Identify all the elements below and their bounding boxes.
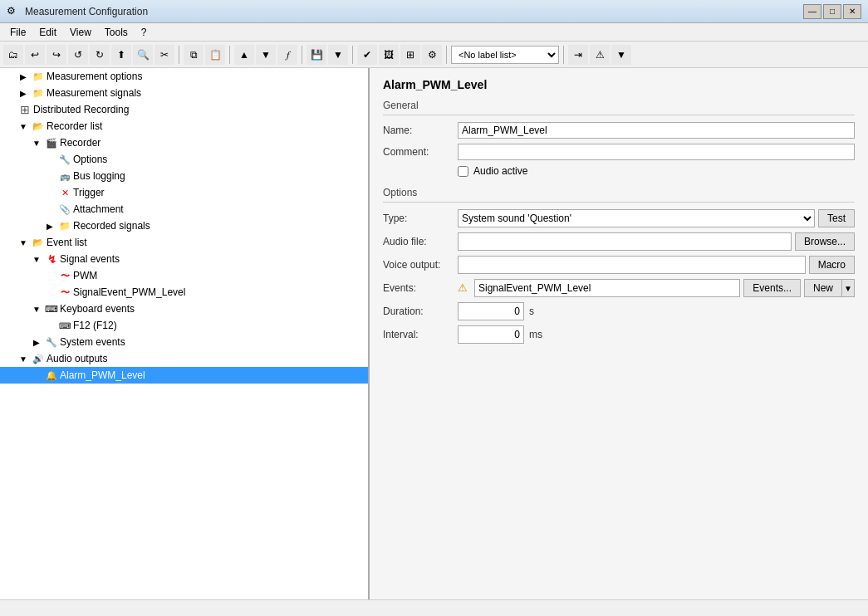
- tree-item-keyboard-events[interactable]: ▼ ⌨ Keyboard events: [0, 301, 368, 317]
- menu-help[interactable]: ?: [135, 25, 154, 40]
- label-distributed-recording: Distributed Recording: [33, 104, 129, 115]
- toolbar-btn-2[interactable]: ↩: [25, 45, 45, 65]
- toolbar-btn-8[interactable]: ✂: [154, 45, 174, 65]
- duration-label: Duration:: [383, 306, 458, 317]
- toggle-recorded-signals[interactable]: ▶: [43, 219, 56, 232]
- toggle-recorder-list[interactable]: ▼: [17, 120, 30, 133]
- toolbar-btn-save[interactable]: 💾: [306, 45, 326, 65]
- label-system-events: System events: [60, 336, 125, 348]
- toolbar-btn-save-arrow[interactable]: ▼: [328, 45, 348, 65]
- tree-item-audio-outputs[interactable]: ▼ 🔊 Audio outputs: [0, 350, 368, 367]
- browse-button[interactable]: Browse...: [795, 232, 855, 251]
- audio-active-label[interactable]: Audio active: [473, 165, 527, 177]
- minimize-button[interactable]: —: [803, 4, 821, 19]
- tree-item-signal-event-pwm-level[interactable]: 〜 SignalEvent_PWM_Level: [0, 284, 368, 301]
- tree-item-pwm[interactable]: 〜 PWM: [0, 267, 368, 284]
- toolbar-btn-5[interactable]: ↻: [90, 45, 110, 65]
- detail-title: Alarm_PWM_Level: [383, 78, 855, 91]
- name-input[interactable]: [458, 122, 855, 139]
- toggle-system-events[interactable]: ▶: [30, 335, 43, 349]
- audio-active-row: Audio active: [383, 165, 855, 177]
- tree-item-measurement-signals[interactable]: ▶ 📁 Measurement signals: [0, 85, 368, 101]
- new-dropdown-arrow[interactable]: ▼: [841, 279, 855, 297]
- toggle-recorder[interactable]: ▼: [30, 136, 43, 149]
- tree-item-bus-logging[interactable]: 🚌 Bus logging: [0, 168, 368, 184]
- name-label: Name:: [383, 125, 458, 136]
- toolbar-btn-7[interactable]: 🔍: [133, 45, 153, 65]
- tree-item-recorder[interactable]: ▼ 🎬 Recorder: [0, 134, 368, 151]
- toggle-measurement-signals[interactable]: ▶: [17, 86, 30, 100]
- tree-item-measurement-options[interactable]: ▶ 📁 Measurement options: [0, 68, 368, 85]
- menu-file[interactable]: File: [3, 25, 32, 40]
- voice-output-input[interactable]: [458, 256, 806, 274]
- macro-button[interactable]: Macro: [809, 256, 855, 274]
- tree-item-f12[interactable]: ⌨ F12 (F12): [0, 317, 368, 334]
- options-icon: 🔧: [58, 153, 71, 166]
- label-trigger: Trigger: [73, 187, 105, 198]
- tree-item-recorder-list[interactable]: ▼ 📂 Recorder list: [0, 118, 368, 134]
- toolbar-btn-check[interactable]: ✔: [357, 45, 377, 65]
- type-select[interactable]: System sound 'Question' System sound 'As…: [458, 209, 815, 227]
- comment-input[interactable]: [458, 144, 855, 160]
- tree-item-options[interactable]: 🔧 Options: [0, 151, 368, 168]
- duration-input[interactable]: [458, 302, 524, 320]
- toolbar-btn-warn[interactable]: ⚠: [590, 45, 610, 65]
- toggle-signal-events[interactable]: ▼: [30, 252, 43, 266]
- label-bus-logging: Bus logging: [73, 170, 125, 182]
- tree-item-attachment[interactable]: 📎 Attachment: [0, 201, 368, 218]
- options-section-label: Options: [383, 187, 855, 203]
- tree-item-signal-events[interactable]: ▼ ↯ Signal events: [0, 251, 368, 267]
- signal-events-icon: ↯: [45, 252, 58, 266]
- tree-item-event-list[interactable]: ▼ 📂 Event list: [0, 234, 368, 251]
- toolbar-sep-1: [179, 46, 179, 64]
- toggle-keyboard-events[interactable]: ▼: [30, 302, 43, 315]
- toolbar-btn-settings2[interactable]: ⚙: [422, 45, 442, 65]
- tree-item-alarm-pwm-level[interactable]: 🔔 Alarm_PWM_Level: [0, 367, 368, 384]
- label-list-dropdown[interactable]: <No label list>: [451, 46, 559, 64]
- toggle-measurement-options[interactable]: ▶: [17, 70, 30, 83]
- toolbar-btn-fn[interactable]: 𝑓: [277, 45, 297, 65]
- audio-active-checkbox[interactable]: [458, 166, 468, 177]
- toggle-audio-outputs[interactable]: ▼: [17, 352, 30, 365]
- toolbar-btn-grid[interactable]: ⊞: [400, 45, 420, 65]
- toggle-options: [43, 153, 56, 166]
- toolbar-btn-3[interactable]: ↪: [47, 45, 66, 65]
- tree-item-trigger[interactable]: ✕ Trigger: [0, 184, 368, 201]
- window-title: Measurement Configuration: [25, 6, 803, 17]
- close-button[interactable]: ✕: [843, 4, 861, 19]
- toolbar-btn-export[interactable]: ⇥: [568, 45, 588, 65]
- toolbar-btn-1[interactable]: 🗂: [3, 45, 23, 65]
- toolbar-btn-up[interactable]: ▲: [234, 45, 254, 65]
- new-button[interactable]: New: [804, 279, 841, 297]
- test-button[interactable]: Test: [818, 209, 855, 227]
- events-button[interactable]: Events...: [743, 279, 801, 297]
- maximize-button[interactable]: □: [823, 4, 841, 19]
- toggle-distributed-recording: [3, 103, 17, 116]
- menu-view[interactable]: View: [63, 25, 98, 40]
- toolbar-btn-copy[interactable]: ⧉: [184, 45, 204, 65]
- toolbar-btn-img[interactable]: 🖼: [379, 45, 399, 65]
- toggle-pwm: [43, 269, 56, 282]
- audio-file-input[interactable]: [458, 232, 792, 251]
- toolbar-btn-paste[interactable]: 📋: [205, 45, 225, 65]
- toggle-attachment: [43, 203, 56, 216]
- menu-tools[interactable]: Tools: [98, 25, 135, 40]
- label-recorder-list: Recorder list: [47, 120, 102, 132]
- tree-item-distributed-recording[interactable]: ⊞ Distributed Recording: [0, 101, 368, 118]
- detail-panel: Alarm_PWM_Level General Name: Comment: A…: [370, 68, 868, 599]
- new-btn-group: New ▼: [804, 279, 855, 297]
- toggle-event-list[interactable]: ▼: [17, 236, 30, 249]
- toolbar-sep-5: [446, 46, 447, 64]
- attachment-icon: 📎: [58, 203, 71, 216]
- toolbar-btn-arrow-down[interactable]: ▼: [611, 45, 631, 65]
- label-pwm: PWM: [73, 270, 97, 281]
- events-input[interactable]: [474, 279, 740, 297]
- toolbar-btn-4[interactable]: ↺: [68, 45, 88, 65]
- toolbar-btn-down[interactable]: ▼: [256, 45, 276, 65]
- tree-item-system-events[interactable]: ▶ 🔧 System events: [0, 334, 368, 350]
- interval-input[interactable]: [458, 325, 524, 344]
- toolbar-btn-6[interactable]: ⬆: [111, 45, 131, 65]
- tree-item-recorded-signals[interactable]: ▶ 📁 Recorded signals: [0, 218, 368, 234]
- menu-edit[interactable]: Edit: [32, 25, 63, 40]
- toggle-trigger: [43, 186, 56, 199]
